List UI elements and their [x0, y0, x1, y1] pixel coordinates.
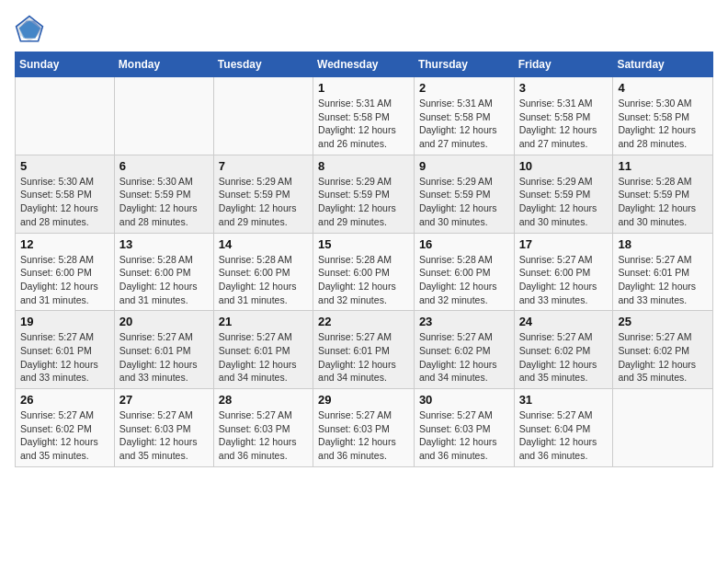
calendar-header-row: SundayMondayTuesdayWednesdayThursdayFrid… [16, 52, 713, 77]
day-number: 3 [519, 81, 609, 95]
day-number: 22 [318, 315, 409, 328]
day-of-week-header: Friday [514, 52, 613, 77]
calendar-cell: 8Sunrise: 5:29 AM Sunset: 5:59 PM Daylig… [313, 155, 415, 233]
calendar-week-row: 26Sunrise: 5:27 AM Sunset: 6:02 PM Dayli… [16, 389, 713, 467]
calendar-cell [613, 389, 713, 467]
calendar-cell: 7Sunrise: 5:29 AM Sunset: 5:59 PM Daylig… [213, 155, 313, 233]
calendar-cell: 12Sunrise: 5:28 AM Sunset: 6:00 PM Dayli… [16, 233, 115, 311]
logo-icon [15, 15, 44, 44]
calendar-cell: 21Sunrise: 5:27 AM Sunset: 6:01 PM Dayli… [213, 311, 313, 389]
day-number: 18 [618, 237, 708, 251]
calendar-cell: 20Sunrise: 5:27 AM Sunset: 6:01 PM Dayli… [114, 311, 213, 389]
day-number: 24 [519, 315, 609, 328]
calendar-cell: 17Sunrise: 5:27 AM Sunset: 6:00 PM Dayli… [514, 233, 613, 311]
day-number: 26 [20, 393, 109, 407]
day-info: Sunrise: 5:29 AM Sunset: 5:59 PM Dayligh… [419, 175, 509, 229]
calendar-week-row: 19Sunrise: 5:27 AM Sunset: 6:01 PM Dayli… [16, 311, 713, 389]
day-info: Sunrise: 5:31 AM Sunset: 5:58 PM Dayligh… [419, 97, 509, 151]
day-info: Sunrise: 5:31 AM Sunset: 5:58 PM Dayligh… [519, 97, 609, 151]
calendar-cell: 5Sunrise: 5:30 AM Sunset: 5:58 PM Daylig… [16, 155, 115, 233]
day-of-week-header: Saturday [613, 52, 713, 77]
day-number: 10 [519, 159, 609, 173]
calendar-week-row: 12Sunrise: 5:28 AM Sunset: 6:00 PM Dayli… [16, 233, 713, 311]
day-info: Sunrise: 5:27 AM Sunset: 6:03 PM Dayligh… [219, 408, 308, 463]
day-number: 8 [318, 159, 409, 173]
calendar-cell: 9Sunrise: 5:29 AM Sunset: 5:59 PM Daylig… [414, 155, 514, 233]
day-number: 25 [618, 315, 708, 328]
calendar-table: SundayMondayTuesdayWednesdayThursdayFrid… [15, 52, 713, 467]
day-info: Sunrise: 5:31 AM Sunset: 5:58 PM Dayligh… [318, 97, 409, 151]
day-number: 1 [318, 81, 409, 95]
calendar-cell [213, 77, 313, 155]
day-number: 28 [219, 393, 308, 407]
day-number: 15 [318, 237, 409, 251]
day-number: 27 [119, 393, 209, 407]
calendar-body: 1Sunrise: 5:31 AM Sunset: 5:58 PM Daylig… [16, 77, 713, 467]
day-info: Sunrise: 5:27 AM Sunset: 6:02 PM Dayligh… [519, 330, 609, 385]
day-number: 14 [219, 237, 308, 251]
calendar-cell: 1Sunrise: 5:31 AM Sunset: 5:58 PM Daylig… [313, 77, 415, 155]
day-info: Sunrise: 5:29 AM Sunset: 5:59 PM Dayligh… [318, 175, 409, 229]
day-number: 9 [419, 159, 509, 173]
day-number: 12 [20, 237, 109, 251]
day-number: 19 [20, 315, 109, 328]
day-of-week-header: Tuesday [213, 52, 313, 77]
calendar-cell: 30Sunrise: 5:27 AM Sunset: 6:03 PM Dayli… [414, 389, 514, 467]
calendar-cell: 28Sunrise: 5:27 AM Sunset: 6:03 PM Dayli… [213, 389, 313, 467]
calendar-cell: 2Sunrise: 5:31 AM Sunset: 5:58 PM Daylig… [414, 77, 514, 155]
day-number: 20 [119, 315, 209, 328]
calendar-cell: 10Sunrise: 5:29 AM Sunset: 5:59 PM Dayli… [514, 155, 613, 233]
calendar-cell: 26Sunrise: 5:27 AM Sunset: 6:02 PM Dayli… [16, 389, 115, 467]
page-header [15, 15, 713, 44]
day-info: Sunrise: 5:28 AM Sunset: 6:00 PM Dayligh… [318, 253, 409, 307]
day-info: Sunrise: 5:29 AM Sunset: 5:59 PM Dayligh… [219, 175, 308, 229]
day-info: Sunrise: 5:29 AM Sunset: 5:59 PM Dayligh… [519, 175, 609, 229]
day-of-week-header: Thursday [414, 52, 514, 77]
day-info: Sunrise: 5:27 AM Sunset: 6:00 PM Dayligh… [519, 253, 609, 307]
calendar-cell: 6Sunrise: 5:30 AM Sunset: 5:59 PM Daylig… [114, 155, 213, 233]
day-of-week-header: Monday [114, 52, 213, 77]
day-number: 31 [519, 393, 609, 407]
day-of-week-header: Sunday [16, 52, 115, 77]
day-info: Sunrise: 5:27 AM Sunset: 6:02 PM Dayligh… [20, 408, 109, 463]
day-info: Sunrise: 5:28 AM Sunset: 6:00 PM Dayligh… [419, 253, 509, 307]
day-number: 7 [219, 159, 308, 173]
day-number: 11 [618, 159, 708, 173]
calendar-cell: 19Sunrise: 5:27 AM Sunset: 6:01 PM Dayli… [16, 311, 115, 389]
day-info: Sunrise: 5:27 AM Sunset: 6:04 PM Dayligh… [519, 408, 609, 463]
day-info: Sunrise: 5:28 AM Sunset: 5:59 PM Dayligh… [618, 175, 708, 229]
calendar-cell: 27Sunrise: 5:27 AM Sunset: 6:03 PM Dayli… [114, 389, 213, 467]
calendar-cell: 22Sunrise: 5:27 AM Sunset: 6:01 PM Dayli… [313, 311, 415, 389]
day-info: Sunrise: 5:27 AM Sunset: 6:03 PM Dayligh… [318, 408, 409, 463]
calendar-week-row: 5Sunrise: 5:30 AM Sunset: 5:58 PM Daylig… [16, 155, 713, 233]
day-info: Sunrise: 5:30 AM Sunset: 5:58 PM Dayligh… [618, 97, 708, 151]
day-info: Sunrise: 5:28 AM Sunset: 6:00 PM Dayligh… [20, 253, 109, 307]
calendar-cell: 14Sunrise: 5:28 AM Sunset: 6:00 PM Dayli… [213, 233, 313, 311]
calendar-cell: 3Sunrise: 5:31 AM Sunset: 5:58 PM Daylig… [514, 77, 613, 155]
day-info: Sunrise: 5:28 AM Sunset: 6:00 PM Dayligh… [219, 253, 308, 307]
day-number: 21 [219, 315, 308, 328]
day-number: 13 [119, 237, 209, 251]
day-info: Sunrise: 5:27 AM Sunset: 6:03 PM Dayligh… [419, 408, 509, 463]
calendar-cell: 29Sunrise: 5:27 AM Sunset: 6:03 PM Dayli… [313, 389, 415, 467]
day-info: Sunrise: 5:27 AM Sunset: 6:02 PM Dayligh… [618, 330, 708, 385]
day-number: 16 [419, 237, 509, 251]
day-number: 29 [318, 393, 409, 407]
day-number: 23 [419, 315, 509, 328]
day-of-week-header: Wednesday [313, 52, 415, 77]
day-info: Sunrise: 5:27 AM Sunset: 6:01 PM Dayligh… [119, 330, 209, 385]
day-info: Sunrise: 5:28 AM Sunset: 6:00 PM Dayligh… [119, 253, 209, 307]
calendar-cell [16, 77, 115, 155]
day-number: 6 [119, 159, 209, 173]
day-info: Sunrise: 5:30 AM Sunset: 5:59 PM Dayligh… [119, 175, 209, 229]
calendar-cell [114, 77, 213, 155]
day-info: Sunrise: 5:27 AM Sunset: 6:01 PM Dayligh… [318, 330, 409, 385]
day-info: Sunrise: 5:27 AM Sunset: 6:03 PM Dayligh… [119, 408, 209, 463]
day-number: 4 [618, 81, 708, 95]
calendar-cell: 15Sunrise: 5:28 AM Sunset: 6:00 PM Dayli… [313, 233, 415, 311]
calendar-cell: 11Sunrise: 5:28 AM Sunset: 5:59 PM Dayli… [613, 155, 713, 233]
day-info: Sunrise: 5:27 AM Sunset: 6:01 PM Dayligh… [219, 330, 308, 385]
calendar-cell: 18Sunrise: 5:27 AM Sunset: 6:01 PM Dayli… [613, 233, 713, 311]
calendar-cell: 25Sunrise: 5:27 AM Sunset: 6:02 PM Dayli… [613, 311, 713, 389]
day-number: 30 [419, 393, 509, 407]
